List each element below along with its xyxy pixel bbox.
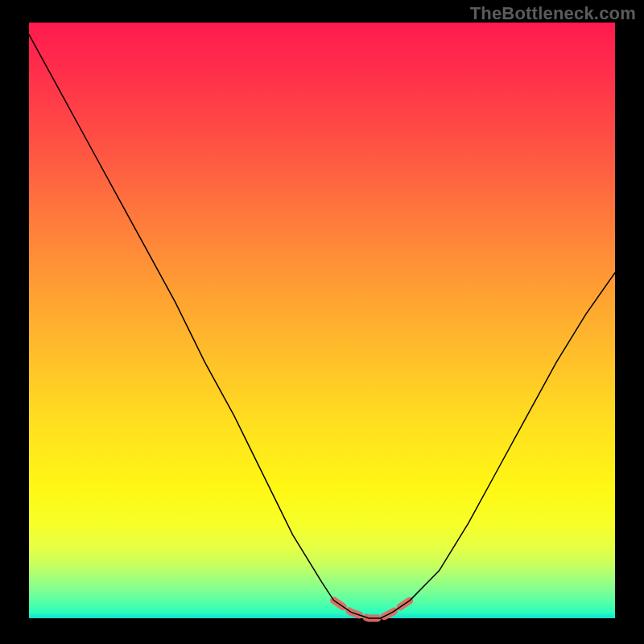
watermark-text: TheBottleneck.com [470, 3, 636, 24]
curve-svg [29, 23, 615, 618]
chart-frame: TheBottleneck.com [0, 0, 644, 644]
plot-area [29, 23, 615, 618]
valley-highlight [334, 601, 411, 618]
bottleneck-curve [29, 35, 615, 618]
